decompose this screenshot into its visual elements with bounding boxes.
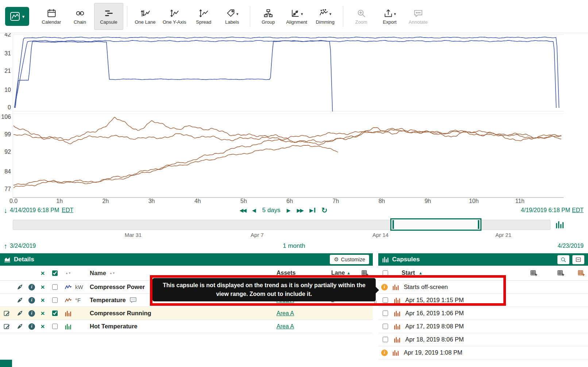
capsule-row[interactable]: Apr 18, 2019 8:06 PM bbox=[378, 333, 588, 346]
capsule-row[interactable]: Apr 17, 2019 8:08 PM bbox=[378, 320, 588, 333]
step-back-icon[interactable]: ◀ bbox=[252, 207, 256, 213]
chevron-down-icon: ▾ bbox=[394, 12, 396, 16]
start-column-header[interactable]: Start bbox=[402, 270, 415, 276]
row-checkbox[interactable] bbox=[52, 284, 58, 290]
y-axis-tick: 0 bbox=[0, 104, 11, 111]
invest-duration[interactable]: 1 month bbox=[283, 240, 305, 252]
toolbar-button-label: Zoom bbox=[355, 19, 367, 25]
info-icon[interactable]: i bbox=[28, 310, 35, 317]
range-end[interactable]: 4/19/2019 6:18 PM bbox=[521, 207, 570, 214]
toolbar-button-label: Group bbox=[262, 19, 275, 25]
capsule-checkbox[interactable] bbox=[383, 297, 388, 303]
trend-svg bbox=[0, 33, 588, 206]
capsules-zoom-button[interactable] bbox=[557, 255, 569, 264]
add-stats-column-icon[interactable] bbox=[557, 269, 565, 277]
timeline-selection[interactable] bbox=[390, 218, 481, 231]
spread-icon bbox=[199, 8, 209, 18]
remove-icon[interactable]: × bbox=[40, 284, 45, 290]
selection-right-handle[interactable] bbox=[478, 220, 479, 229]
range-end-timezone[interactable]: EDT bbox=[572, 207, 584, 214]
warning-info-icon[interactable]: i bbox=[381, 350, 388, 356]
capsule-icon bbox=[394, 323, 401, 330]
add-column-icon[interactable] bbox=[530, 269, 538, 277]
capsule-checkbox[interactable] bbox=[383, 324, 388, 329]
range-start-arrow-icon[interactable]: ↓ bbox=[4, 206, 7, 215]
info-icon[interactable]: i bbox=[28, 323, 35, 330]
capsules-collapse-button[interactable] bbox=[572, 255, 584, 264]
info-icon[interactable]: i bbox=[28, 297, 35, 304]
details-row[interactable]: i×Hot TemperatureArea A bbox=[0, 320, 373, 333]
select-all-checkbox[interactable] bbox=[52, 270, 58, 276]
zoom-icon bbox=[356, 8, 366, 18]
toolbar-button-one-lane[interactable]: One Lane bbox=[131, 3, 159, 30]
sort-icon[interactable]: ▲▼ bbox=[65, 272, 71, 274]
customize-button[interactable]: ⚙ Customize bbox=[330, 255, 369, 264]
toolbar-button-chain[interactable]: Chain bbox=[66, 3, 94, 30]
info-icon[interactable]: i bbox=[28, 284, 35, 290]
capsules-select-all-checkbox[interactable] bbox=[383, 270, 388, 276]
timeline-tick-label: Apr 7 bbox=[251, 232, 264, 238]
remove-icon[interactable]: × bbox=[40, 297, 45, 304]
toolbar-button-calendar[interactable]: Calendar bbox=[37, 3, 66, 30]
row-checkbox[interactable] bbox=[52, 297, 58, 303]
capsule-checkbox[interactable] bbox=[383, 337, 388, 342]
sort-icon[interactable]: ▲▼ bbox=[109, 272, 115, 274]
warning-info-icon[interactable]: i bbox=[381, 284, 388, 290]
trend-view-selector[interactable]: ▾ bbox=[5, 7, 29, 26]
trend-series bbox=[15, 41, 333, 112]
assets-column-header[interactable]: Assets bbox=[276, 270, 295, 276]
toolbar-button-spread[interactable]: Spread bbox=[189, 3, 218, 30]
toolbar-button-capsule[interactable]: Capsule bbox=[94, 3, 123, 30]
capsule-time-icon[interactable] bbox=[555, 220, 565, 229]
asset-link[interactable]: Area A bbox=[276, 323, 294, 330]
remove-icon[interactable]: × bbox=[40, 310, 45, 317]
toolbar-button-label: Annotate bbox=[409, 19, 428, 25]
row-checkbox[interactable] bbox=[52, 324, 58, 329]
remove-icon[interactable]: × bbox=[40, 323, 45, 330]
comment-icon[interactable] bbox=[129, 297, 137, 304]
capsule-row[interactable]: iApr 19, 2019 1:08 PM bbox=[378, 346, 588, 359]
step-forward-icon[interactable]: ▶ bbox=[287, 207, 291, 213]
step-forward-full-icon[interactable]: ▶▶ bbox=[297, 207, 303, 213]
selection-left-handle[interactable] bbox=[392, 220, 394, 229]
step-back-full-icon[interactable]: ◀◀ bbox=[239, 207, 246, 213]
capsule-row[interactable]: Apr 15, 2019 1:15 PM bbox=[378, 294, 588, 307]
invest-start[interactable]: 3/24/2019 bbox=[10, 243, 36, 249]
capsule-row[interactable]: iStarts off-screen bbox=[378, 281, 588, 294]
toolbar-button-export[interactable]: ▾Export bbox=[375, 3, 404, 30]
toolbar-button-alignment[interactable]: ▾Alignment bbox=[282, 3, 311, 30]
edit-icon[interactable] bbox=[3, 323, 10, 330]
toolbar-button-dimming[interactable]: ▾Dimming bbox=[311, 3, 339, 30]
rocket-icon[interactable] bbox=[16, 323, 23, 330]
rocket-icon[interactable] bbox=[16, 310, 23, 317]
trend-chart[interactable]: 423121100106999284770.01h2h3h4h5h6h7h8h9… bbox=[0, 33, 588, 206]
rocket-icon[interactable] bbox=[16, 297, 23, 304]
asset-link[interactable]: Area A bbox=[276, 310, 294, 317]
capsule-checkbox[interactable] bbox=[383, 311, 388, 316]
row-checkbox[interactable] bbox=[52, 311, 58, 316]
rocket-icon[interactable] bbox=[16, 284, 23, 290]
remove-all-icon[interactable]: × bbox=[40, 270, 45, 277]
details-row[interactable]: i×Compressor RunningArea A bbox=[0, 307, 373, 320]
name-column-header[interactable]: Name bbox=[90, 270, 106, 277]
toolbar-buttons: CalendarChainCapsuleOne LaneOne Y-AxisSp… bbox=[37, 0, 432, 33]
range-duration[interactable]: 5 days bbox=[262, 207, 281, 214]
capsule-row[interactable]: Apr 16, 2019 1:06 PM bbox=[378, 307, 588, 320]
step-to-end-icon[interactable]: ▶ bbox=[309, 207, 315, 213]
add-column-icon[interactable] bbox=[361, 269, 369, 277]
invest-start-arrow-icon[interactable]: ↑ bbox=[4, 242, 7, 250]
toolbar-button-group[interactable]: Group bbox=[254, 3, 282, 30]
edit-icon[interactable] bbox=[3, 310, 10, 317]
timeline-scrubber: Mar 31Apr 7Apr 14Apr 21 bbox=[0, 218, 588, 240]
invest-end[interactable]: 4/23/2019 bbox=[558, 240, 584, 252]
x-axis-tick: 4h bbox=[194, 198, 201, 204]
refresh-icon[interactable]: ↻ bbox=[321, 206, 328, 215]
range-start-timezone[interactable]: EDT bbox=[62, 207, 73, 214]
range-start[interactable]: 4/14/2019 6:18 PM bbox=[10, 207, 59, 214]
capsule-icon bbox=[64, 323, 72, 330]
lane-column-header[interactable]: Lane bbox=[331, 270, 345, 276]
add-property-column-icon[interactable] bbox=[577, 269, 585, 277]
toolbar-button-one-y-axis[interactable]: One Y-Axis bbox=[159, 3, 189, 30]
toolbar-button-labels[interactable]: ▾Labels bbox=[218, 3, 246, 30]
unit-label: kW bbox=[75, 284, 83, 290]
